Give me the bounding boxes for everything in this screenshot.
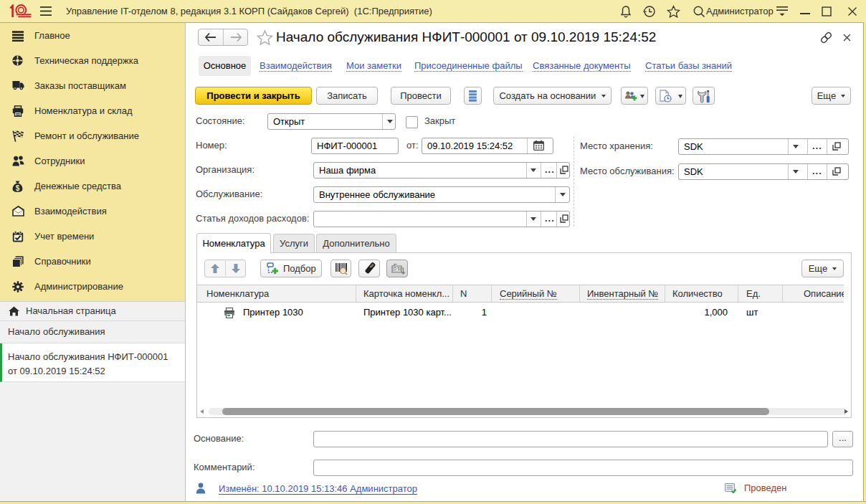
svg-text:0-9: 0-9	[394, 267, 400, 271]
svg-text:$: $	[16, 184, 20, 191]
